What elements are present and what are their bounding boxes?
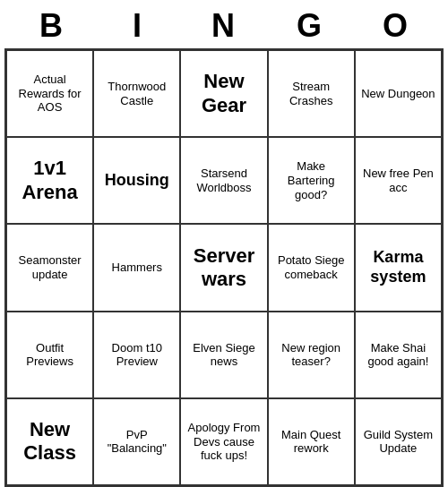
bingo-cell-6: Housing bbox=[93, 137, 180, 224]
title-b: B bbox=[13, 7, 91, 45]
bingo-cell-17: Elven Siege news bbox=[180, 312, 267, 398]
title-o: O bbox=[357, 7, 435, 45]
bingo-cell-15: Outfit Previews bbox=[6, 312, 93, 398]
bingo-cell-1: Thornwood Castle bbox=[93, 50, 180, 137]
bingo-cell-8: Make Bartering good? bbox=[268, 137, 355, 224]
bingo-cell-4: New Dungeon bbox=[355, 50, 442, 137]
bingo-cell-0: Actual Rewards for AOS bbox=[6, 50, 93, 137]
title-g: G bbox=[271, 7, 349, 45]
bingo-title: B I N G O bbox=[0, 0, 448, 48]
bingo-cell-16: Doom t10 Preview bbox=[93, 312, 180, 398]
bingo-cell-11: Hammers bbox=[93, 224, 180, 311]
bingo-cell-2: New Gear bbox=[180, 50, 267, 137]
bingo-cell-21: PvP "Balancing" bbox=[93, 398, 180, 485]
bingo-cell-23: Main Quest rework bbox=[268, 398, 355, 485]
bingo-cell-3: Stream Crashes bbox=[268, 50, 355, 137]
bingo-cell-9: New free Pen acc bbox=[355, 137, 442, 224]
bingo-cell-20: New Class bbox=[6, 398, 93, 485]
bingo-cell-13: Potato Siege comeback bbox=[268, 224, 355, 311]
bingo-cell-12: Server wars bbox=[180, 224, 267, 311]
bingo-cell-7: Starsend Worldboss bbox=[180, 137, 267, 224]
bingo-cell-24: Guild System Update bbox=[355, 398, 442, 485]
bingo-cell-14: Karma system bbox=[355, 224, 442, 311]
bingo-cell-22: Apology From Devs cause fuck ups! bbox=[180, 398, 267, 485]
title-n: N bbox=[185, 7, 263, 45]
bingo-cell-18: New region teaser? bbox=[268, 312, 355, 398]
title-i: I bbox=[99, 7, 177, 45]
bingo-grid: Actual Rewards for AOSThornwood CastleNe… bbox=[4, 48, 444, 487]
bingo-cell-19: Make Shai good again! bbox=[355, 312, 442, 398]
bingo-cell-10: Seamonster update bbox=[6, 224, 93, 311]
bingo-cell-5: 1v1 Arena bbox=[6, 137, 93, 224]
